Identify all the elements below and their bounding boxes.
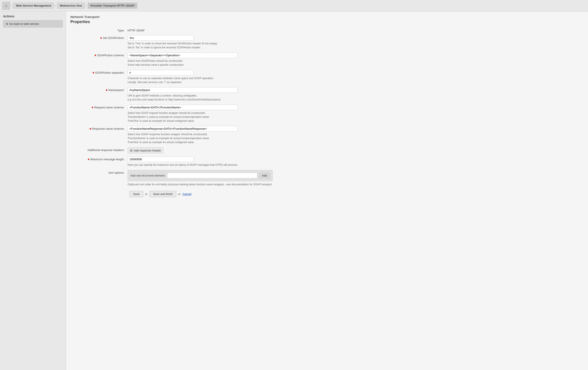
action-row: Save or Save and finish or Cancel [70,191,584,197]
breadcrumb-web-service-management[interactable]: Web Service Management [13,3,54,9]
go-back-label: Go back to web service [9,22,39,25]
soapaction-separator-label: ★SOAPAction separator: [70,70,127,74]
sort-add-label: Add new first level element: [130,174,165,177]
go-back-button[interactable]: Go back to web service [3,20,63,28]
additional-response-headers-row: Additional response headers: ⊞ Add respo… [70,147,584,154]
soapaction-separator-row: ★SOAPAction separator: Character to use … [70,70,584,84]
soapaction-separator-input[interactable] [127,70,193,75]
set-soapaction-field: Set to "Yes" in order to check the recei… [127,35,584,50]
response-name-scheme-label: ★Response name scheme: [70,126,127,130]
additional-response-headers-field: ⊞ Add response header [127,147,584,154]
or-text-2: or [178,192,181,196]
sort-options-field: Add new first level element: Add Outboun… [127,170,584,186]
set-soapaction-label: ★Set SOAPAction: [70,35,127,40]
namespace-row: ★Namespace: URI to give SOAP methods a c… [70,87,584,102]
set-soapaction-hint: Set to "Yes" in order to check the recei… [127,41,584,50]
required-star-6: ★ [89,127,92,130]
save-button[interactable]: Save [129,191,143,197]
breadcrumb-provider-transport[interactable]: Provider Transport HTTP::SOAP [88,3,137,9]
required-star-7: ★ [87,158,90,161]
max-message-length-label: ★Maximum message length: [70,156,127,161]
plus-icon: ⊞ [130,149,133,152]
save-and-finish-button[interactable]: Save and finish [149,191,176,197]
response-name-scheme-field: Select how SOAP response function wrappe… [127,126,584,144]
arrow-left-icon [6,23,8,25]
sort-options-label: Sort options: [70,170,127,174]
request-name-scheme-input[interactable] [127,105,238,110]
response-name-scheme-hint: Select how SOAP response function wrappe… [127,132,584,144]
request-name-scheme-label: ★Request name scheme: [70,105,127,109]
set-soapaction-input[interactable] [127,35,193,41]
soapaction-separator-field: Character to use as separator between na… [127,70,584,84]
or-text-1: or [145,192,148,196]
home-icon: ⌂ [5,3,8,8]
namespace-input[interactable] [127,87,238,93]
required-star-5: ★ [91,106,94,109]
required-star: ★ [100,36,103,40]
breadcrumb-separator-1: › [11,4,12,8]
set-soapaction-row: ★Set SOAPAction: Set to "Yes" in order t… [70,35,584,50]
sidebar: Actions Go back to web service [0,11,66,370]
breadcrumb-webservice-one[interactable]: Webservice One [57,3,85,9]
sort-hint: Outbound sort order for xml fields (stru… [127,183,584,186]
home-button[interactable]: ⌂ [2,2,10,10]
soapaction-scheme-field: Select how SOAPAction should be construc… [127,52,584,67]
sort-options-box: Add new first level element: Add [127,170,273,181]
type-field: HTTP::SOAP [127,28,584,32]
type-value: HTTP::SOAP [127,28,584,32]
soapaction-scheme-input[interactable] [127,52,238,58]
required-star-4: ★ [105,88,108,92]
response-name-scheme-input[interactable] [127,126,238,132]
breadcrumb: ⌂ › Web Service Management › Webservice … [0,0,588,11]
soapaction-scheme-hint: Select how SOAPAction should be construc… [127,59,584,67]
max-message-length-field: Here you can specify the maximum size (i… [127,156,584,167]
main-content: Network Transport Properties Type: HTTP:… [66,11,588,370]
namespace-label: ★Namespace: [70,87,127,92]
add-response-header-label: Add response header [134,149,161,152]
namespace-hint: URI to give SOAP methods a context, redu… [127,94,584,102]
type-label: Type: [70,28,127,32]
max-message-length-hint: Here you can specify the maximum size (i… [127,163,584,167]
soapaction-separator-hint: Character to use as separator between na… [127,76,584,84]
soapaction-scheme-row: ★SOAPAction scheme: Select how SOAPActio… [70,52,584,67]
sort-element-input[interactable] [167,173,257,178]
section-subtitle: Properties [70,20,584,24]
soapaction-scheme-label: ★SOAPAction scheme: [70,52,127,57]
max-message-length-row: ★Maximum message length: Here you can sp… [70,156,584,167]
breadcrumb-separator-3: › [86,4,87,8]
add-response-header-button[interactable]: ⊞ Add response header [127,147,163,154]
sort-row: Add new first level element: Add [130,173,270,178]
sidebar-title: Actions [3,14,63,18]
required-star-3: ★ [92,71,95,74]
section-title: Network Transport [70,15,584,19]
type-row: Type: HTTP::SOAP [70,28,584,32]
sort-add-button[interactable]: Add [259,173,270,178]
request-name-scheme-field: Select how SOAP request function wrapper… [127,105,584,123]
request-name-scheme-row: ★Request name scheme: Select how SOAP re… [70,105,584,123]
additional-response-headers-label: Additional response headers: [70,147,127,152]
sort-options-row: Sort options: Add new first level elemen… [70,170,584,186]
request-name-scheme-hint: Select how SOAP request function wrapper… [127,111,584,123]
breadcrumb-separator-2: › [55,4,56,8]
max-message-length-input[interactable] [127,156,193,162]
namespace-field: URI to give SOAP methods a context, redu… [127,87,584,102]
response-name-scheme-row: ★Response name scheme: Select how SOAP r… [70,126,584,144]
cancel-button[interactable]: Cancel [182,192,191,196]
required-star-2: ★ [94,54,97,57]
